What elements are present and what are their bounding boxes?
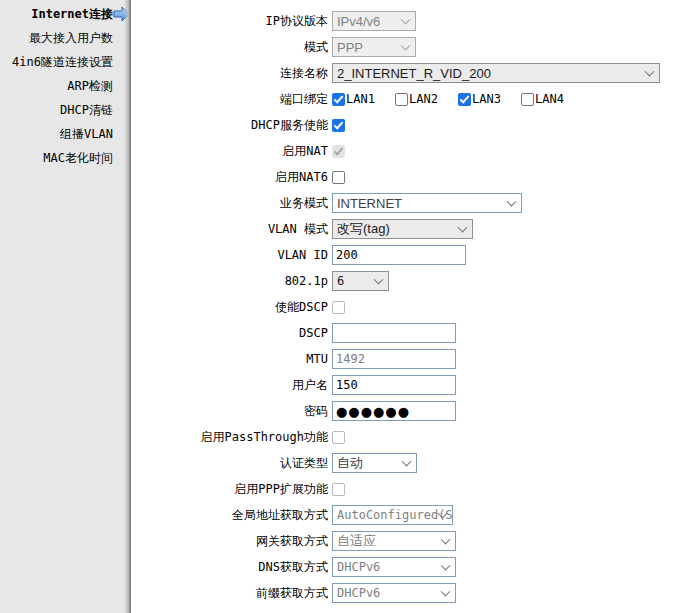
lan1-label: LAN1: [346, 92, 375, 106]
lan2-checkbox[interactable]: [395, 93, 408, 106]
form-row: 前缀获取方式 DHCPv6: [131, 583, 680, 603]
router-config-page: Internet连接 最大接入用户数 4in6隧道连接设置 ARP检测 DHCP…: [0, 0, 680, 613]
form-row: VLAN ID: [131, 245, 680, 265]
nat6-checkbox[interactable]: [332, 171, 345, 184]
field-label: 连接名称: [131, 65, 332, 82]
chevron-down-icon: [441, 535, 451, 545]
field-label: IP协议版本: [131, 13, 332, 30]
field-label: 全局地址获取方式: [131, 507, 332, 524]
field-label: 启用PPP扩展功能: [131, 481, 332, 498]
select-value: 自适应: [337, 532, 376, 550]
connection-name-select[interactable]: 2_INTERNET_R_VID_200: [332, 63, 660, 83]
select-value: IPv4/v6: [337, 14, 380, 29]
field-label: 前缀获取方式: [131, 585, 332, 602]
form-row: DSCP: [131, 323, 680, 343]
field-label: 业务模式: [131, 195, 332, 212]
form-row: 网关获取方式 自适应: [131, 531, 680, 551]
sidebar-item-mac-aging[interactable]: MAC老化时间: [0, 146, 131, 170]
form-row: 连接名称 2_INTERNET_R_VID_200: [131, 63, 680, 83]
select-value: DHCPv6: [337, 586, 380, 600]
chevron-down-icon: [441, 587, 451, 597]
form-row: DNS获取方式 DHCPv6: [131, 557, 680, 577]
field-label: 用户名: [131, 377, 332, 394]
sidebar-item-multicast-vlan[interactable]: 组播VLAN: [0, 122, 131, 146]
vlan-mode-select[interactable]: 改写(tag): [332, 219, 473, 239]
service-mode-select[interactable]: INTERNET: [332, 193, 522, 213]
sidebar-item-internet[interactable]: Internet连接: [0, 2, 131, 26]
field-label: 启用NAT6: [131, 169, 332, 186]
mode-select: PPP: [332, 37, 416, 57]
field-label: 网关获取方式: [131, 533, 332, 550]
password-input[interactable]: [332, 401, 456, 421]
chevron-down-icon: [458, 223, 468, 233]
form-row: 启用NAT: [131, 141, 680, 161]
form-row: VLAN 模式 改写(tag): [131, 219, 680, 239]
form-row: 802.1p 6: [131, 271, 680, 291]
lan4-label: LAN4: [535, 92, 564, 106]
select-value: PPP: [337, 40, 363, 55]
form-row: MTU: [131, 349, 680, 369]
field-label: 端口绑定: [131, 91, 332, 108]
lan2-label: LAN2: [409, 92, 438, 106]
dhcp-service-checkbox[interactable]: [332, 119, 345, 132]
field-label: DNS获取方式: [131, 559, 332, 576]
lan3-label: LAN3: [472, 92, 501, 106]
chevron-down-icon: [645, 67, 655, 77]
select-value: DHCPv6: [337, 560, 380, 574]
form-row: 全局地址获取方式 AutoConfigured(SL: [131, 505, 680, 525]
vlan-id-input[interactable]: [332, 245, 466, 265]
nat-checkbox: [332, 145, 345, 158]
sidebar: Internet连接 最大接入用户数 4in6隧道连接设置 ARP检测 DHCP…: [0, 0, 131, 613]
form-row: DHCP服务使能: [131, 115, 680, 135]
field-label: 模式: [131, 39, 332, 56]
connection-settings-form: IP协议版本 IPv4/v6 模式 PPP 连接名称 2_INTERNET_R_…: [131, 0, 680, 613]
select-value: 2_INTERNET_R_VID_200: [337, 66, 491, 81]
chevron-down-icon: [441, 561, 451, 571]
sidebar-item-label: ARP检测: [67, 79, 113, 93]
sidebar-item-4in6-tunnel[interactable]: 4in6隧道连接设置: [0, 50, 131, 74]
dscp-input[interactable]: [332, 323, 456, 343]
lan1-checkbox[interactable]: [332, 93, 345, 106]
sidebar-item-label: 4in6隧道连接设置: [12, 55, 113, 69]
select-value: INTERNET: [337, 196, 402, 211]
sidebar-item-label: 组播VLAN: [60, 127, 113, 141]
lan3-checkbox[interactable]: [458, 93, 471, 106]
form-row: 端口绑定 LAN1 LAN2 LAN3 LAN4: [131, 89, 680, 109]
select-value: 自动: [337, 454, 363, 472]
field-label: 使能DSCP: [131, 299, 332, 316]
dscp-enable-checkbox: [332, 301, 345, 314]
form-row: 密码: [131, 401, 680, 421]
form-row: 用户名: [131, 375, 680, 395]
field-label: 认证类型: [131, 455, 332, 472]
sidebar-item-label: Internet连接: [31, 7, 113, 21]
chevron-down-icon: [401, 15, 411, 25]
field-label: 启用NAT: [131, 143, 332, 160]
lan4-checkbox[interactable]: [521, 93, 534, 106]
sidebar-item-dhcp-clear[interactable]: DHCP清链: [0, 98, 131, 122]
select-value: 6: [337, 274, 344, 288]
select-value: AutoConfigured(SL: [337, 508, 453, 522]
select-value: 改写(tag): [337, 220, 390, 238]
passthrough-checkbox: [332, 431, 345, 444]
sidebar-item-arp-detect[interactable]: ARP检测: [0, 74, 131, 98]
chevron-down-icon: [507, 197, 517, 207]
chevron-down-icon: [401, 41, 411, 51]
form-row: 启用PPP扩展功能: [131, 479, 680, 499]
field-label: DSCP: [131, 326, 332, 340]
sidebar-item-label: DHCP清链: [60, 103, 113, 117]
form-row: 模式 PPP: [131, 37, 680, 57]
field-label: 802.1p: [131, 274, 332, 288]
gateway-mode-select: 自适应: [332, 531, 456, 551]
field-label: 密码: [131, 403, 332, 420]
auth-type-select[interactable]: 自动: [332, 453, 417, 473]
field-label: 启用PassThrough功能: [131, 429, 332, 446]
username-input[interactable]: [332, 375, 456, 395]
form-row: 认证类型 自动: [131, 453, 680, 473]
sidebar-item-max-users[interactable]: 最大接入用户数: [0, 26, 131, 50]
form-row: 使能DSCP: [131, 297, 680, 317]
form-row: 启用PassThrough功能: [131, 427, 680, 447]
sidebar-item-label: 最大接入用户数: [29, 31, 113, 45]
priority-8021p-select[interactable]: 6: [332, 271, 389, 291]
ip-version-select: IPv4/v6: [332, 11, 416, 31]
sidebar-item-label: MAC老化时间: [43, 151, 113, 165]
